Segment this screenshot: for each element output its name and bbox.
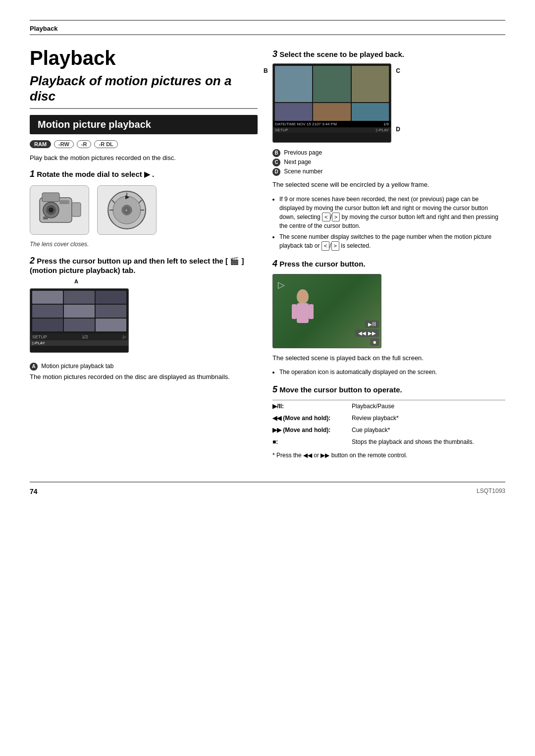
step4-caption: The selected scene is played back on the… [272, 353, 505, 363]
step2-heading: 2 Press the cursor button up and then le… [30, 256, 258, 274]
btn-right: > [332, 213, 340, 222]
step5-num: 5 [272, 384, 277, 394]
ctrl-rewind: ◀◀ ▶▶ [355, 329, 379, 337]
step3-heading: 3 Select the scene to be played back. [272, 49, 505, 59]
svg-rect-20 [297, 303, 309, 323]
info-d: Scene number [284, 168, 322, 175]
op-key-4: ■: [272, 436, 352, 448]
step4-heading: 4 Press the cursor button. [272, 259, 505, 269]
step4-screen: ▷ ▶/II ◀◀ ▶▶ ■ [272, 274, 381, 348]
op-row-1: ▶/II: Playback/Pause [272, 400, 505, 413]
svg-text:+: + [125, 208, 128, 213]
caption-a: Motion picture playback tab [41, 363, 113, 370]
control-bar: ▶/II ◀◀ ▶▶ ■ [353, 319, 381, 348]
step3-cell-4 [275, 103, 312, 121]
camcorder-svg [32, 188, 87, 232]
svg-rect-5 [72, 203, 81, 216]
screen-bar-left: SETUP [32, 334, 47, 339]
step2-num: 2 [30, 256, 35, 266]
thumb-cell-6 [96, 305, 126, 318]
step5-block: 5 Move the cursor button to operate. ▶/I… [272, 384, 505, 459]
svg-point-4 [49, 208, 54, 213]
step3-bar1: DATE/TIME NOV 15 2107 3:44 PM 1/9 [273, 121, 391, 127]
operate-table: ▶/II: Playback/Pause ◀◀ (Move and hold):… [272, 400, 505, 448]
thumb-cell-5 [64, 305, 95, 318]
badge-ram: RAM [30, 140, 51, 148]
btn-left2: < [321, 241, 329, 251]
screen-bar-bottom: SETUP 1/2 ▷ [30, 333, 128, 340]
step3-bar2-play: ▷PLAY [376, 128, 389, 132]
model-number: LSQT1093 [477, 487, 505, 495]
step3-cell-2 [313, 66, 350, 102]
ctrl-ff-icon: ▶▶ [368, 330, 376, 336]
disc-badges: RAM -RW -R -R DL [30, 140, 258, 148]
step3-cell-1 [275, 66, 312, 102]
op-key-2: ◀◀ (Move and hold): [272, 412, 352, 424]
svg-rect-21 [292, 304, 297, 319]
subtitle-rule [30, 108, 258, 109]
screen-tab-label: ▷PLAY [32, 341, 45, 345]
ctrl-stop: ■ [370, 338, 379, 346]
label-a-marker: A [74, 278, 78, 284]
step3-num: 3 [272, 49, 277, 59]
left-column: Playback Playback of motion pictures on … [30, 43, 258, 389]
label-c-pos: C [396, 67, 400, 74]
badge-rw: -RW [54, 140, 74, 148]
page-wrapper: Playback Playback Playback of motion pic… [0, 0, 535, 756]
screen-bar-mid: 1/2 [82, 334, 88, 339]
step3-label-c: C Next page [272, 159, 505, 166]
svg-rect-7 [59, 200, 69, 204]
step3-label-d: D Scene number [272, 168, 505, 176]
circle-a: A [30, 363, 38, 371]
motion-header: Motion picture playback [30, 115, 258, 134]
right-column: 3 Select the scene to be played back. B … [272, 43, 505, 467]
camcorder-illustration [30, 185, 89, 235]
play-icon-overlay: ▷ [278, 279, 285, 290]
step1-heading: 1 Rotate the mode dial to select ▶ . [30, 169, 258, 179]
badge-rdl: -R DL [94, 140, 117, 148]
step1-images: ▶ + [30, 185, 258, 235]
thumb-cell-3 [96, 291, 126, 304]
two-col-layout: Playback Playback of motion pictures on … [30, 43, 505, 467]
step1-block: 1 Rotate the mode dial to select ▶ . [30, 169, 258, 248]
step5-text: Move the cursor button to operate. [279, 385, 402, 394]
info-b: Previous page [284, 149, 322, 156]
step3-text: Select the scene to be played back. [279, 50, 404, 58]
step4-bullet1: The operation icon is automatically disp… [279, 368, 505, 377]
step1-caption: The lens cover closes. [30, 241, 258, 248]
circle-b: B [272, 149, 280, 157]
thumb-cell-8 [64, 319, 95, 331]
step3-selected-text: The selected scene will be encircled by … [272, 180, 505, 190]
step5-footnote: * Press the ◀◀ or ▶▶ button on the remot… [272, 452, 505, 459]
thumb-cell-2 [64, 291, 95, 304]
step3-screen-area: B C D DATE/TIME NOV 15 210 [272, 63, 391, 148]
figure-silhouette [288, 287, 318, 338]
screen-tab-bar: ▷PLAY [30, 340, 128, 346]
page-number: 74 [30, 487, 38, 495]
op-row-4: ■: Stops the playback and shows the thum… [272, 436, 505, 448]
circle-c: C [272, 159, 280, 166]
btn-left: < [322, 213, 330, 222]
label-b-pos: B [264, 67, 268, 74]
intro-text: Play back the motion pictures recorded o… [30, 153, 258, 163]
ctrl-playpause: ▶/II [365, 321, 379, 328]
op-row-2: ◀◀ (Move and hold): Review playback* [272, 412, 505, 424]
svg-text:▶: ▶ [125, 194, 130, 200]
op-val-2: Review playback* [352, 412, 505, 424]
person-svg [288, 287, 318, 336]
step3-bullet1: If 9 or more scenes have been recorded, … [279, 195, 505, 231]
step1-num: 1 [30, 169, 35, 179]
dial-svg: ▶ + [105, 188, 149, 232]
step3-label-b: B Previous page [272, 149, 505, 157]
step3-bar2: SETUP ▷PLAY [273, 127, 391, 133]
thumb-cell-4 [32, 305, 63, 318]
main-title: Playback [30, 47, 258, 69]
step3-bullets: If 9 or more scenes have been recorded, … [279, 195, 505, 251]
thumb-cell-1 [32, 291, 63, 304]
step3-cell-3 [352, 66, 389, 102]
section-label: Playback [30, 21, 505, 34]
op-key-3: ▶▶ (Move and hold): [272, 424, 352, 436]
svg-rect-6 [43, 216, 48, 219]
step2-text: Press the cursor button up and then left… [30, 257, 244, 274]
btn-right2: > [331, 241, 339, 251]
